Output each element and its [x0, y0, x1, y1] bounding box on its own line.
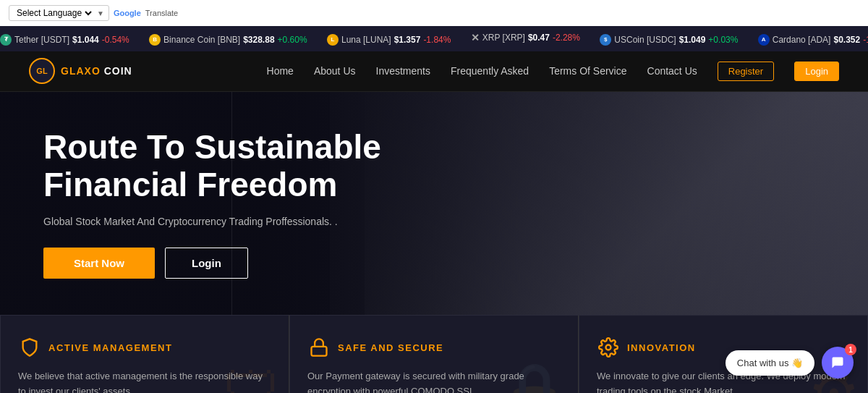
- feature-card-management: ACTIVE MANAGEMENT We believe that active…: [0, 315, 289, 393]
- gear-icon: [597, 336, 620, 359]
- ticker-item: B Binance Coin [BNB] $328.88 +0.60%: [149, 34, 307, 46]
- svg-point-1: [606, 345, 611, 350]
- start-now-button[interactable]: Start Now: [43, 248, 155, 279]
- nav-contact[interactable]: Contact Us: [647, 65, 697, 77]
- nav-login-button[interactable]: Login: [794, 62, 839, 81]
- logo: GL GLAXO COIN: [29, 58, 132, 84]
- feature-card-security: SAFE AND SECURE Our Payment gateway is s…: [289, 315, 579, 393]
- navbar: GL GLAXO COIN Home About Us Investments …: [0, 51, 868, 92]
- nav-investments[interactable]: Investments: [376, 65, 430, 77]
- feature-title-management: ACTIVE MANAGEMENT: [48, 342, 172, 353]
- hero-buttons: Start Now Login: [43, 248, 825, 279]
- feature-header-management: ACTIVE MANAGEMENT: [18, 336, 271, 359]
- hero-subtitle: Global Stock Market And Cryptocurrency T…: [43, 216, 825, 227]
- google-logo: Google: [114, 9, 141, 17]
- lock-bg-icon: 🔒: [498, 359, 571, 393]
- nav-links: Home About Us Investments Frequently Ask…: [267, 62, 839, 81]
- tether-icon: ₮: [0, 34, 12, 46]
- chat-badge: 1: [845, 344, 856, 355]
- shield-icon: [18, 336, 41, 359]
- translate-label: Translate: [145, 9, 178, 17]
- ada-icon: A: [758, 34, 770, 46]
- svg-rect-0: [312, 347, 327, 356]
- language-dropdown[interactable]: Select Language: [14, 7, 94, 19]
- chat-icon: [830, 355, 845, 370]
- ticker-scroll: ₮ Tether [USDT] $1.044 -0.54% B Binance …: [0, 32, 868, 46]
- nav-home[interactable]: Home: [267, 65, 294, 77]
- crypto-ticker: ₮ Tether [USDT] $1.044 -0.54% B Binance …: [0, 26, 868, 51]
- nav-faq[interactable]: Frequently Asked: [451, 65, 529, 77]
- hero-title: Route To Sustainable Financial Freedom: [43, 128, 448, 205]
- chat-widget: Chat with us 👋 1: [726, 347, 854, 379]
- shield-bg-icon: 🛡: [224, 360, 281, 393]
- ticker-item: ✕ XRP [XRP] $0.47 -2.28%: [471, 32, 580, 43]
- ticker-item: A Cardano [ADA] $0.352 -1.59%: [758, 34, 868, 46]
- logo-text: GLAXO COIN: [61, 65, 132, 77]
- feature-title-innovation: INNOVATION: [627, 342, 696, 353]
- hero-content: Route To Sustainable Financial Freedom G…: [43, 128, 825, 279]
- chat-button[interactable]: 1: [822, 347, 854, 379]
- ticker-item: ₮ Tether [USDT] $1.044 -0.54%: [0, 34, 129, 46]
- usdc-icon: $: [600, 34, 611, 46]
- hero-section: Route To Sustainable Financial Freedom G…: [0, 92, 868, 316]
- hero-login-button[interactable]: Login: [165, 248, 248, 279]
- ticker-item: L Luna [LUNA] $1.357 -1.84%: [327, 34, 451, 46]
- logo-icon: GL: [29, 58, 55, 84]
- translate-bar: Select Language ▼ Google Translate: [0, 0, 868, 26]
- luna-icon: L: [327, 34, 339, 46]
- language-selector[interactable]: Select Language ▼: [9, 5, 109, 21]
- feature-desc-security: Our Payment gateway is secured with mili…: [307, 369, 561, 393]
- ticker-item: $ USCoin [USDC] $1.049 +0.03%: [600, 34, 738, 46]
- nav-terms[interactable]: Terms Of Service: [549, 65, 626, 77]
- feature-header-security: SAFE AND SECURE: [307, 336, 561, 359]
- register-button[interactable]: Register: [718, 62, 774, 81]
- chat-bubble[interactable]: Chat with us 👋: [726, 350, 814, 376]
- nav-about[interactable]: About Us: [314, 65, 356, 77]
- lock-icon: [307, 336, 331, 359]
- feature-title-security: SAFE AND SECURE: [338, 342, 443, 353]
- bnb-icon: B: [149, 34, 161, 46]
- feature-desc-management: We believe that active management is the…: [18, 369, 271, 393]
